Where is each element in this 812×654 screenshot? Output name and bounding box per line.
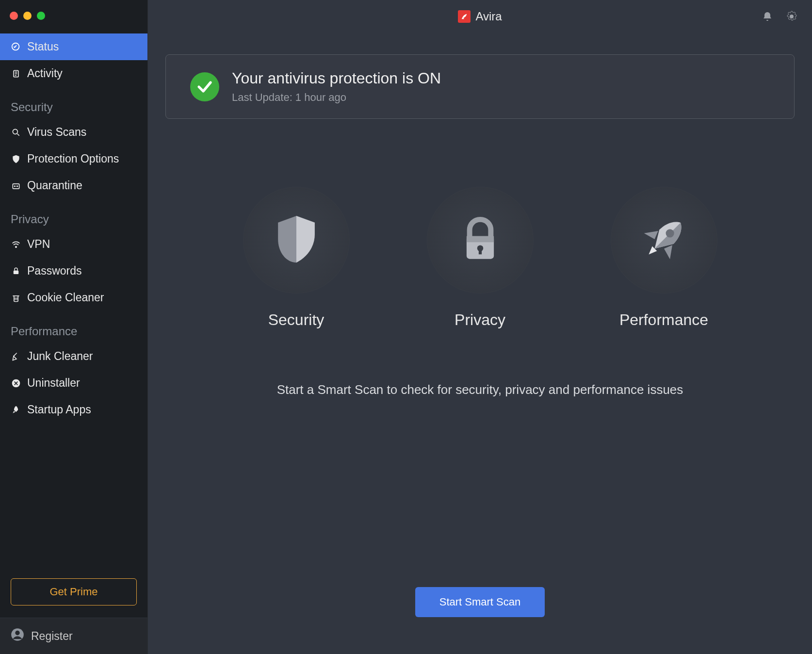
svg-point-10 xyxy=(15,631,19,635)
sidebar-item-activity[interactable]: Activity xyxy=(0,60,147,87)
user-icon xyxy=(11,628,24,644)
check-circle-icon xyxy=(190,72,219,101)
sidebar-item-label: Activity xyxy=(27,67,63,80)
title-bar: Avira xyxy=(148,0,812,33)
section-title-privacy: Privacy xyxy=(0,199,147,231)
sidebar-item-label: VPN xyxy=(27,238,50,251)
rocket-icon xyxy=(637,213,691,268)
app-title: Avira xyxy=(458,10,502,23)
wifi-icon xyxy=(11,239,21,250)
app-title-text: Avira xyxy=(475,10,502,23)
sidebar-item-passwords[interactable]: Passwords xyxy=(0,258,147,284)
broom-icon xyxy=(11,351,21,362)
title-bar-actions xyxy=(762,0,797,33)
sidebar-item-label: Status xyxy=(27,40,59,53)
sidebar-item-junk-cleaner[interactable]: Junk Cleaner xyxy=(0,343,147,370)
maximize-window-button[interactable] xyxy=(37,12,45,20)
feature-performance[interactable]: Performance xyxy=(601,187,727,329)
status-title: Your antivirus protection is ON xyxy=(232,69,441,87)
clipboard-icon xyxy=(11,68,21,79)
sidebar-bottom: Get Prime xyxy=(0,578,147,618)
x-circle-icon xyxy=(11,378,21,389)
app-window: Status Activity Security Virus Scans Pro xyxy=(0,0,812,654)
svg-rect-3 xyxy=(13,183,19,188)
minimize-window-button[interactable] xyxy=(23,12,32,20)
svg-point-2 xyxy=(13,129,17,134)
feature-row: Security xyxy=(165,187,795,329)
register-label: Register xyxy=(31,630,73,643)
sidebar-item-quarantine[interactable]: Quarantine xyxy=(0,172,147,199)
quarantine-icon xyxy=(11,180,21,191)
sidebar-item-status[interactable]: Status xyxy=(0,33,147,60)
sidebar-item-label: Uninstaller xyxy=(27,376,80,390)
sidebar: Status Activity Security Virus Scans Pro xyxy=(0,0,148,654)
notifications-button[interactable] xyxy=(762,11,773,22)
svg-rect-14 xyxy=(478,248,481,255)
avira-logo-icon xyxy=(458,10,471,23)
settings-button[interactable] xyxy=(786,11,797,22)
shield-icon xyxy=(270,213,323,268)
svg-point-6 xyxy=(16,246,17,247)
svg-point-5 xyxy=(17,186,18,187)
sidebar-nav: Status Activity Security Virus Scans Pro xyxy=(0,33,147,578)
sidebar-item-virus-scans[interactable]: Virus Scans xyxy=(0,119,147,146)
get-prime-button[interactable]: Get Prime xyxy=(11,578,137,605)
svg-rect-12 xyxy=(466,236,493,243)
close-window-button[interactable] xyxy=(10,12,18,20)
status-texts: Your antivirus protection is ON Last Upd… xyxy=(232,69,441,104)
status-subtitle: Last Update: 1 hour ago xyxy=(232,91,441,104)
lock-icon xyxy=(456,215,504,265)
register-button[interactable]: Register xyxy=(0,618,147,654)
trash-icon xyxy=(11,293,21,303)
section-title-security: Security xyxy=(0,87,147,119)
content: Your antivirus protection is ON Last Upd… xyxy=(148,33,812,654)
main-area: Avira Your antivirus protection is ON La… xyxy=(148,0,812,654)
status-banner: Your antivirus protection is ON Last Upd… xyxy=(165,54,795,119)
sidebar-item-cookie-cleaner[interactable]: Cookie Cleaner xyxy=(0,284,147,311)
sidebar-item-protection-options[interactable]: Protection Options xyxy=(0,146,147,172)
feature-security[interactable]: Security xyxy=(233,187,359,329)
lock-small-icon xyxy=(11,266,21,277)
sidebar-item-label: Passwords xyxy=(27,264,81,278)
sidebar-item-label: Virus Scans xyxy=(27,126,86,139)
sidebar-item-vpn[interactable]: VPN xyxy=(0,231,147,258)
sidebar-item-startup-apps[interactable]: Startup Apps xyxy=(0,396,147,423)
feature-privacy[interactable]: Privacy xyxy=(417,187,543,329)
status-icon xyxy=(11,42,21,52)
start-smart-scan-button[interactable]: Start Smart Scan xyxy=(415,587,545,617)
sidebar-item-label: Protection Options xyxy=(27,152,119,165)
scan-button-wrap: Start Smart Scan xyxy=(165,587,795,637)
sidebar-item-label: Startup Apps xyxy=(27,403,91,416)
sidebar-item-label: Cookie Cleaner xyxy=(27,291,104,304)
window-controls xyxy=(0,0,147,33)
svg-point-4 xyxy=(15,186,16,187)
svg-rect-7 xyxy=(14,270,19,274)
section-title-performance: Performance xyxy=(0,311,147,343)
rocket-small-icon xyxy=(11,405,21,415)
feature-label: Security xyxy=(268,311,325,329)
feature-circle-security xyxy=(243,187,350,294)
sidebar-item-label: Quarantine xyxy=(27,179,82,192)
sidebar-item-uninstaller[interactable]: Uninstaller xyxy=(0,370,147,396)
shield-small-icon xyxy=(11,154,21,164)
scan-prompt: Start a Smart Scan to check for security… xyxy=(165,382,795,397)
sidebar-footer: Register xyxy=(0,618,147,654)
feature-label: Performance xyxy=(619,311,708,329)
search-icon xyxy=(11,127,21,138)
feature-label: Privacy xyxy=(455,311,505,329)
sidebar-item-label: Junk Cleaner xyxy=(27,350,93,363)
feature-circle-performance xyxy=(611,187,717,294)
feature-circle-privacy xyxy=(427,187,534,294)
